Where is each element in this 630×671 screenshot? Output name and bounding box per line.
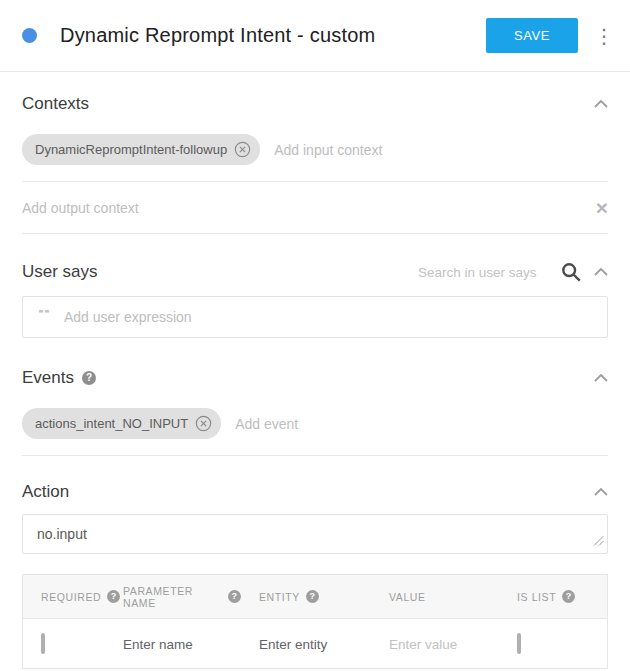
action-name-field[interactable]	[37, 526, 593, 542]
contexts-section: Contexts DynamicRepromptIntent-followup …	[22, 86, 608, 234]
parameter-value-field[interactable]	[389, 637, 489, 652]
parameter-name-help-icon: ?	[228, 590, 241, 603]
events-row: actions_intent_NO_INPUT	[22, 396, 608, 456]
collapse-user-says-icon[interactable]	[594, 268, 608, 276]
parameters-table: REQUIRED ? PARAMETER NAME ? ENTITY ? VAL…	[22, 574, 608, 669]
input-contexts-row: DynamicRepromptIntent-followup	[22, 122, 608, 182]
add-output-context-field[interactable]	[22, 200, 596, 216]
header-parameter-name: PARAMETER NAME ?	[105, 585, 241, 609]
event-chip: actions_intent_NO_INPUT	[22, 408, 221, 439]
user-says-section: User says “	[22, 252, 608, 338]
events-section: Events ? actions_intent_NO_INPUT	[22, 360, 608, 456]
required-checkbox[interactable]	[41, 633, 45, 654]
user-says-search	[418, 261, 608, 283]
remove-event-icon[interactable]	[195, 415, 212, 432]
search-icon[interactable]	[560, 261, 582, 283]
add-input-context-field[interactable]	[274, 142, 608, 158]
parameter-name-field[interactable]	[123, 637, 223, 652]
parameters-header-row: REQUIRED ? PARAMETER NAME ? ENTITY ? VAL…	[23, 575, 607, 619]
parameter-entity-field[interactable]	[259, 637, 359, 652]
intent-header: Dynamic Reprompt Intent - custom SAVE ⋮	[0, 0, 630, 72]
header-required: REQUIRED ?	[23, 590, 105, 603]
is-list-checkbox[interactable]	[517, 633, 521, 654]
page-title: Dynamic Reprompt Intent - custom	[60, 24, 375, 47]
contexts-title: Contexts	[22, 94, 89, 114]
quote-icon: “	[37, 310, 51, 324]
action-input-box	[22, 514, 608, 554]
collapse-events-icon[interactable]	[594, 374, 608, 382]
events-help-icon: ?	[82, 371, 96, 385]
header-is-list: IS LIST ?	[499, 590, 607, 603]
header-value: VALUE	[371, 591, 499, 603]
resize-handle-icon[interactable]	[593, 532, 604, 550]
action-title: Action	[22, 482, 69, 502]
header-entity: ENTITY ?	[241, 590, 371, 603]
clear-output-context-icon[interactable]: ×	[596, 197, 608, 218]
parameter-row	[23, 619, 607, 668]
collapse-contexts-icon[interactable]	[594, 100, 608, 108]
intent-status-dot-icon	[22, 28, 37, 43]
add-event-field[interactable]	[235, 416, 608, 432]
is-list-help-icon: ?	[562, 590, 575, 603]
input-context-chip-label: DynamicRepromptIntent-followup	[35, 142, 227, 157]
entity-help-icon: ?	[306, 590, 319, 603]
events-title: Events	[22, 368, 74, 388]
save-button[interactable]: SAVE	[486, 18, 578, 53]
action-section: Action	[22, 472, 608, 554]
collapse-action-icon[interactable]	[594, 488, 608, 496]
user-says-title: User says	[22, 262, 98, 282]
more-options-icon[interactable]: ⋮	[594, 24, 612, 48]
user-expression-box: “	[22, 296, 608, 338]
event-chip-label: actions_intent_NO_INPUT	[35, 416, 188, 431]
input-context-chip: DynamicRepromptIntent-followup	[22, 134, 260, 165]
output-contexts-row: ×	[22, 182, 608, 234]
remove-input-context-icon[interactable]	[234, 141, 251, 158]
search-user-says-input[interactable]	[418, 265, 550, 280]
add-user-expression-field[interactable]	[64, 309, 593, 325]
